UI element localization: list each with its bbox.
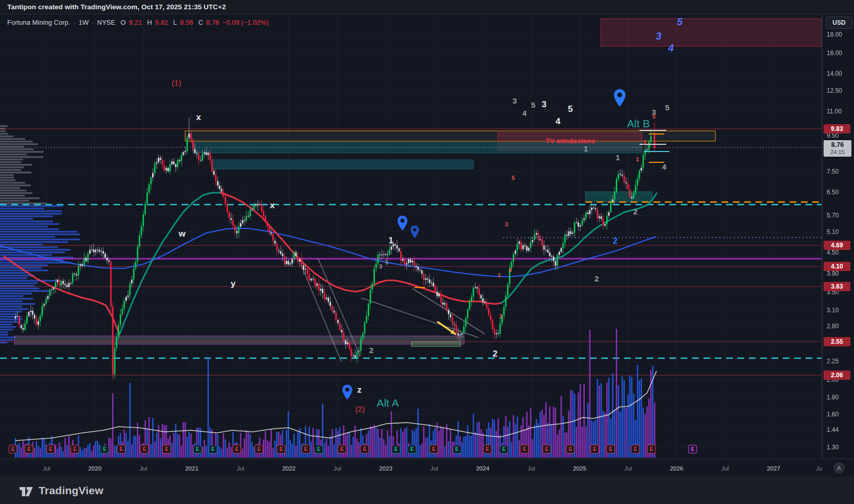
time-label: 2020	[88, 465, 102, 472]
map-pin-icon[interactable]	[410, 226, 419, 238]
drawing-boxes[interactable]	[14, 19, 822, 346]
chart-annotation[interactable]: w	[178, 229, 185, 239]
earnings-icon[interactable]: E	[117, 445, 126, 453]
chart-annotation[interactable]: 1	[388, 236, 393, 246]
price-tick: 7.50	[827, 168, 839, 175]
volume-bars	[15, 329, 655, 458]
chart-annotation[interactable]: y	[231, 279, 235, 289]
chart-annotation[interactable]: TV mindestens	[546, 137, 595, 145]
earnings-icon[interactable]: E	[162, 445, 171, 453]
map-pin-icon[interactable]	[614, 89, 626, 107]
trendline[interactable]	[361, 298, 479, 338]
time-label: 2021	[185, 465, 199, 472]
chart-annotation[interactable]: z	[357, 385, 362, 395]
chart-annotation[interactable]: 4	[522, 109, 527, 117]
map-pin-icon[interactable]	[398, 215, 407, 230]
separator: ·	[92, 19, 94, 26]
earnings-icon[interactable]: E	[302, 445, 310, 453]
chart-annotation[interactable]: 2	[499, 313, 502, 320]
earnings-icon[interactable]: E	[71, 445, 79, 453]
chart-annotation[interactable]: 4	[668, 42, 674, 54]
chart-annotation[interactable]: 1	[636, 156, 639, 162]
earnings-icon[interactable]: E	[688, 445, 697, 453]
earnings-icon[interactable]: E	[140, 445, 149, 453]
time-axis[interactable]: A Jul2020Jul2021Jul2022Jul2023Jul2024Jul…	[0, 459, 854, 477]
purple-support-band	[14, 336, 464, 344]
volume-profile	[0, 125, 80, 343]
earnings-icon[interactable]: E	[606, 445, 615, 453]
chart-annotation[interactable]: Alt B	[627, 117, 650, 130]
time-label: 2027	[767, 465, 780, 472]
earnings-icon[interactable]: E	[543, 445, 551, 453]
close-label: C	[198, 19, 203, 26]
chart-annotation[interactable]: 4	[662, 162, 666, 171]
time-label: Ju	[816, 465, 822, 472]
time-label: Jul	[721, 465, 729, 472]
chart-annotation[interactable]: (2)	[355, 405, 365, 413]
earnings-icon[interactable]: E	[233, 445, 241, 453]
earnings-icon[interactable]: E	[277, 445, 286, 453]
symbol-name[interactable]: Fortuna Mining Corp.	[7, 19, 70, 26]
price-axis[interactable]: USD 8.76 24:15 18.0016.0014.0012.5011.00…	[822, 14, 854, 459]
current-price: 8.76	[824, 141, 851, 148]
open-value: 9.21	[129, 19, 142, 26]
symbol-header[interactable]: Fortuna Mining Corp. · 1W · NYSE O9.21 H…	[7, 17, 269, 27]
chart-canvas[interactable]	[0, 0, 854, 504]
chart-annotation[interactable]: x	[270, 200, 274, 211]
earnings-icon[interactable]: E	[566, 445, 575, 453]
auto-scale-button[interactable]: A	[833, 462, 845, 474]
chart-annotation[interactable]: 5	[385, 259, 388, 265]
chart-annotation[interactable]: 2	[613, 237, 618, 246]
price-tick: 5.10	[827, 228, 839, 236]
chart-annotation[interactable]: 2	[595, 274, 599, 283]
earnings-icon[interactable]: E	[25, 445, 34, 453]
earnings-icon[interactable]: E	[520, 445, 529, 453]
chart-annotation[interactable]: 2	[369, 346, 373, 355]
chart-annotation[interactable]: (1)	[172, 78, 181, 87]
earnings-icon[interactable]: E	[430, 445, 438, 453]
chart-annotation[interactable]: 1	[584, 144, 588, 153]
chart-annotation[interactable]: 1	[616, 153, 620, 162]
price-level-badge: 3.63	[824, 282, 850, 291]
earnings-icon[interactable]: E	[338, 445, 347, 453]
high-value: 9.82	[155, 19, 168, 26]
chart-annotation[interactable]: 5	[512, 175, 515, 181]
chart-annotation[interactable]: 5	[652, 113, 655, 120]
interval-label[interactable]: 1W	[78, 19, 89, 26]
chart-annotation[interactable]: 3	[655, 30, 661, 42]
earnings-icon[interactable]: E	[483, 445, 492, 453]
earnings-icon[interactable]: E	[255, 445, 264, 453]
chart-annotation[interactable]: 3	[513, 96, 517, 105]
chart-annotation[interactable]: 4	[555, 116, 560, 127]
chart-annotation[interactable]: 3	[379, 263, 382, 270]
earnings-icon[interactable]: E	[360, 445, 369, 453]
earnings-icon[interactable]: E	[631, 445, 640, 453]
chart-annotation[interactable]: 2	[492, 349, 497, 359]
chart-annotation[interactable]: Alt A	[376, 397, 399, 409]
earnings-icon[interactable]: E	[590, 445, 599, 453]
chart-annotation[interactable]: 3	[541, 99, 546, 110]
earnings-icon[interactable]: E	[46, 445, 55, 453]
fast-ma-line[interactable]	[120, 193, 221, 334]
tradingview-logo-icon[interactable]	[19, 484, 34, 497]
green-box	[412, 342, 461, 346]
chart-annotation[interactable]: 5	[677, 16, 682, 28]
tradingview-brand-text[interactable]: TradingView	[39, 484, 104, 497]
chart-annotation[interactable]: 2	[633, 207, 637, 216]
chart-annotation[interactable]: 1	[498, 272, 501, 278]
earnings-icon[interactable]: E	[647, 445, 656, 453]
fast-ma-line[interactable]	[221, 193, 501, 304]
low-label: L	[173, 19, 177, 26]
chart-annotation[interactable]: 5	[531, 100, 535, 109]
chart-annotation[interactable]: 3	[643, 139, 646, 145]
chart-annotation[interactable]: 5	[568, 104, 572, 114]
chart-annotation[interactable]: 4	[508, 267, 512, 273]
chart-annotation[interactable]: 3	[505, 221, 508, 227]
price-level-badge: 2.06	[824, 371, 850, 380]
earnings-icon[interactable]: E	[9, 445, 18, 453]
price-tick: 5.70	[827, 212, 839, 219]
chart-annotation[interactable]: 5	[665, 103, 669, 112]
currency-chip[interactable]: USD	[826, 16, 852, 29]
chart-annotation[interactable]: x	[196, 112, 201, 123]
price-level-badge: 2.55	[824, 337, 850, 346]
